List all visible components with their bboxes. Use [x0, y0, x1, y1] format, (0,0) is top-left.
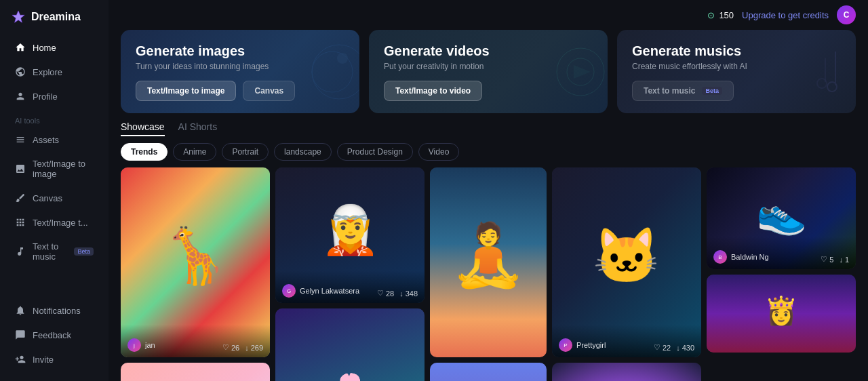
- svg-point-7: [817, 79, 827, 88]
- gallery-col-2: G Gelyn Lakwatsera ♡ 28 ↓ 348: [275, 167, 425, 381]
- sidebar-item-canvas[interactable]: Canvas: [4, 186, 104, 209]
- gallery-col-1: j jan ♡ 26 ↓ 269: [121, 167, 270, 381]
- text-image-icon: [15, 163, 26, 174]
- cat-overlay: P Prettygirl ♡ 22 ↓ 430: [552, 325, 701, 357]
- text-to-music-button[interactable]: Text to music Beta: [632, 81, 734, 101]
- shoe-downloads: ↓ 1: [839, 256, 849, 264]
- chip-product-design[interactable]: Product Design: [337, 143, 413, 161]
- sidebar-label-explore: Explore: [33, 67, 62, 77]
- sidebar-bottom: Notifications Feedback Invite: [0, 298, 108, 372]
- gallery: j jan ♡ 26 ↓ 269: [108, 167, 868, 381]
- hero-bg-videos: [526, 30, 608, 113]
- explore-icon: [15, 66, 26, 77]
- hero-bg-images: [278, 30, 359, 113]
- fairy-avatar: G: [282, 284, 296, 298]
- gallery-item-cat2[interactable]: [552, 363, 701, 381]
- sidebar-item-text-image2[interactable]: Text/Image t...: [4, 211, 104, 234]
- sidebar-label-text-music: Text to music: [33, 241, 64, 262]
- sidebar-label-text-image2: Text/Image t...: [33, 218, 88, 228]
- sidebar-item-invite[interactable]: Invite: [4, 348, 104, 371]
- gallery-item-woman2[interactable]: [430, 363, 547, 381]
- credits-display: ⊙ 150: [707, 10, 734, 20]
- sidebar-item-profile[interactable]: Profile: [4, 85, 104, 108]
- main-nav: Home Explore Profile: [0, 35, 108, 108]
- sidebar-item-assets[interactable]: Assets: [4, 128, 104, 151]
- fairy-user: G Gelyn Lakwatsera: [282, 284, 359, 298]
- gallery-item-giraffe[interactable]: j jan ♡ 26 ↓ 269: [121, 167, 270, 357]
- chip-trends[interactable]: Trends: [121, 143, 167, 161]
- gallery-item-fairy2[interactable]: [275, 308, 425, 381]
- tools-nav: Assets Text/Image to image Canvas Text/I…: [0, 127, 108, 268]
- woman-image: [430, 167, 547, 357]
- topbar: ⊙ 150 Upgrade to get credits C: [108, 0, 868, 30]
- hero-section: Generate images Turn your ideas into stu…: [108, 30, 868, 121]
- credits-icon: ⊙: [707, 10, 715, 20]
- chip-landscape[interactable]: landscape: [274, 143, 332, 161]
- sidebar-item-text-image[interactable]: Text/Image to image: [4, 153, 104, 185]
- gallery-col-3: [430, 167, 547, 381]
- fairy-overlay: G Gelyn Lakwatsera ♡ 28 ↓ 348: [275, 270, 425, 303]
- app-name: Dreamina: [31, 11, 81, 23]
- assets-icon: [15, 134, 26, 145]
- fairy-downloads-count: 348: [406, 289, 418, 298]
- svg-point-3: [337, 53, 348, 64]
- gallery-item-princess[interactable]: [707, 275, 856, 353]
- gallery-item-giraffe2[interactable]: [121, 363, 270, 381]
- text-image-to-image-button[interactable]: Text/Image to image: [136, 81, 236, 101]
- chip-portrait[interactable]: Portrait: [222, 143, 269, 161]
- download-icon3: ↓: [676, 344, 680, 352]
- ai-tools-label: AI tools: [0, 108, 108, 127]
- tab-ai-shorts[interactable]: AI Shorts: [178, 121, 218, 136]
- home-icon: [15, 42, 26, 53]
- invite-icon: [15, 354, 26, 365]
- gallery-item-woman[interactable]: [430, 167, 547, 357]
- heart-icon3: ♡: [654, 343, 660, 352]
- cat-avatar: P: [559, 338, 572, 352]
- credits-value: 150: [719, 10, 734, 20]
- profile-icon: [15, 91, 26, 102]
- sidebar-label-feedback: Feedback: [33, 330, 71, 340]
- sidebar-item-text-music[interactable]: Text to music Beta: [4, 235, 104, 268]
- giraffe2-image: [121, 363, 270, 381]
- download-icon: ↓: [245, 344, 249, 352]
- sidebar-item-feedback[interactable]: Feedback: [4, 323, 104, 346]
- chip-anime[interactable]: Anime: [173, 143, 216, 161]
- cat-user: P Prettygirl: [559, 338, 606, 352]
- chip-video[interactable]: Video: [418, 143, 459, 161]
- sidebar-label-canvas: Canvas: [33, 193, 62, 203]
- svg-marker-0: [12, 11, 24, 22]
- gallery-item-cat[interactable]: P Prettygirl ♡ 22 ↓ 430: [552, 167, 701, 357]
- music-icon: [15, 246, 26, 257]
- beta-badge: Beta: [74, 247, 94, 256]
- heart-icon2: ♡: [377, 289, 384, 298]
- music-beta-badge: Beta: [702, 87, 722, 95]
- tab-showcase[interactable]: Showcase: [121, 121, 165, 136]
- sidebar-item-home[interactable]: Home: [4, 36, 104, 59]
- canvas-icon: [15, 193, 26, 203]
- giraffe-username: jan: [145, 341, 155, 349]
- tabs-row: Showcase AI Shorts: [108, 121, 868, 143]
- fairy-stats: ♡ 28 ↓ 348: [377, 289, 418, 298]
- hero-card-musics: Generate musics Create music effortlessl…: [617, 30, 856, 113]
- sidebar-item-notifications[interactable]: Notifications: [4, 299, 104, 322]
- main-content: ⊙ 150 Upgrade to get credits C Generate …: [108, 0, 868, 381]
- gallery-item-fairy[interactable]: G Gelyn Lakwatsera ♡ 28 ↓ 348: [275, 167, 425, 303]
- text-image-to-video-button[interactable]: Text/Image to video: [384, 81, 482, 101]
- gallery-col-4: P Prettygirl ♡ 22 ↓ 430: [552, 167, 701, 381]
- shoe-overlay: B Baldwin Ng ♡ 5 ↓ 1: [707, 237, 856, 269]
- cat-username: Prettygirl: [576, 341, 606, 349]
- upgrade-link[interactable]: Upgrade to get credits: [742, 10, 829, 20]
- gallery-item-shoe[interactable]: B Baldwin Ng ♡ 5 ↓ 1: [707, 167, 856, 269]
- giraffe-downloads: ↓ 269: [245, 344, 263, 352]
- giraffe-downloads-count: 269: [251, 344, 263, 352]
- filter-row: Trends Anime Portrait landscape Product …: [108, 143, 868, 167]
- heart-icon: ♡: [222, 343, 229, 352]
- cat-downloads: ↓ 430: [676, 344, 694, 352]
- avatar[interactable]: C: [837, 5, 856, 24]
- cat-likes-count: 22: [663, 344, 671, 352]
- feedback-icon: [15, 329, 26, 340]
- shoe-likes-count: 5: [829, 256, 833, 264]
- giraffe-overlay: j jan ♡ 26 ↓ 269: [121, 325, 270, 357]
- dreamina-logo-icon: [11, 9, 26, 24]
- sidebar-item-explore[interactable]: Explore: [4, 60, 104, 83]
